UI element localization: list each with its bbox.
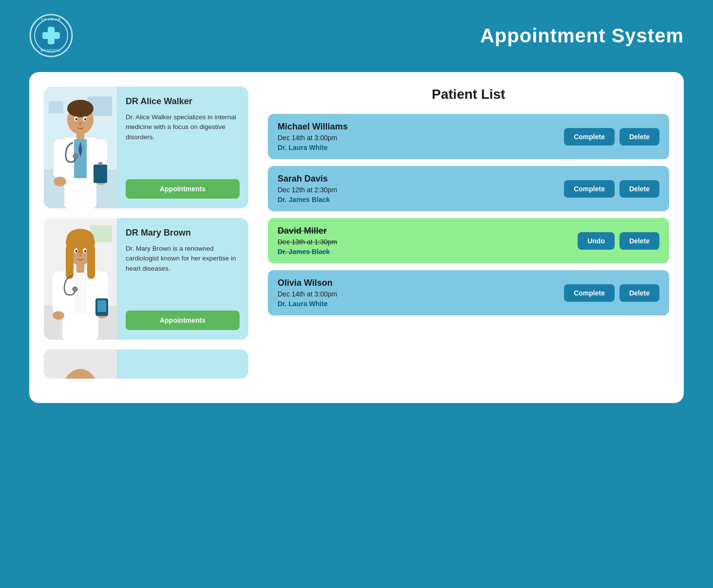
app-title: Appointment System [480,25,684,47]
patient-doctor-0: Dr. Laura White [278,144,348,151]
patient-name-1: Sarah Davis [278,174,337,184]
svg-rect-20 [98,162,102,165]
svg-rect-19 [94,165,107,183]
patient-actions-0: Complete Delete [564,128,659,146]
doctor-card-1: DR Alice Walker Dr. Alice Walker special… [44,87,248,208]
male-doctor-svg [44,87,117,208]
patient-list: Michael Williams Dec 14th at 3:00pm Dr. … [268,114,669,315]
svg-rect-15 [54,139,66,178]
delete-btn-0[interactable]: Delete [619,128,659,146]
delete-btn-3[interactable]: Delete [619,284,659,302]
svg-text:HOSPITAL: HOSPITAL [41,49,62,52]
svg-rect-3 [42,32,60,39]
appointments-btn-1[interactable]: Appointments [126,179,240,199]
undo-btn-2[interactable]: Undo [578,232,615,250]
doctor-name-2: DR Mary Brown [126,228,240,238]
patient-info-3: Olivia Wilson Dec 14th at 3:00pm Dr. Lau… [278,278,337,308]
delete-btn-2[interactable]: Delete [619,232,659,250]
patient-datetime-3: Dec 14th at 3:00pm [278,290,337,298]
partial-doctor-svg [44,349,117,379]
appointments-btn-2[interactable]: Appointments [126,311,240,330]
patient-name-0: Michael Williams [278,122,348,132]
svg-rect-44 [97,300,106,312]
patient-name-3: Olivia Wilson [278,278,337,288]
svg-text:OKUDUR: OKUDUR [41,18,62,21]
svg-rect-9 [49,101,63,113]
svg-point-55 [79,254,82,257]
logo: OKUDUR HOSPITAL [29,14,73,57]
svg-rect-48 [66,245,74,279]
svg-point-27 [84,118,86,121]
female-doctor-svg [44,218,117,340]
patient-info-2: David Miller Dec 13th at 1:30pm Dr. Jame… [278,226,337,256]
patient-section: Patient List Michael Williams Dec 14th a… [268,87,669,388]
doctor-info-1: DR Alice Walker Dr. Alice Walker special… [117,87,248,208]
doctor-card-2: DR Mary Brown Dr. Mary Brown is a renown… [44,218,248,340]
svg-point-17 [54,177,66,186]
patient-card-2: David Miller Dec 13th at 1:30pm Dr. Jame… [268,218,669,263]
doctor-photo-partial [44,349,117,379]
svg-point-53 [75,250,77,253]
doctor-info-2: DR Mary Brown Dr. Mary Brown is a renown… [117,218,248,340]
patient-card-0: Michael Williams Dec 14th at 3:00pm Dr. … [268,114,669,159]
svg-point-54 [84,250,86,253]
patient-card-3: Olivia Wilson Dec 14th at 3:00pm Dr. Lau… [268,270,669,315]
patient-doctor-2: Dr. James Black [278,248,337,256]
svg-point-56 [73,287,77,292]
logo-svg: OKUDUR HOSPITAL [29,14,73,57]
svg-rect-49 [87,245,95,279]
patient-list-title: Patient List [268,87,669,102]
patient-actions-3: Complete Delete [564,284,659,302]
main-card: DR Alice Walker Dr. Alice Walker special… [29,72,684,403]
complete-btn-1[interactable]: Complete [564,180,615,198]
doctor-desc-2: Dr. Mary Brown is a renowned cardiologis… [126,244,240,274]
patient-datetime-1: Dec 12th at 2:30pm [278,186,337,194]
doctor-photo-1 [44,87,117,208]
complete-btn-3[interactable]: Complete [564,284,615,302]
patient-datetime-0: Dec 14th at 3:00pm [278,134,348,142]
svg-point-29 [73,154,78,159]
svg-rect-36 [74,272,87,313]
patient-doctor-3: Dr. Laura White [278,300,337,308]
patient-actions-2: Undo Delete [578,232,659,250]
doctor-list: DR Alice Walker Dr. Alice Walker special… [44,87,248,388]
svg-point-41 [53,311,64,320]
patient-info-1: Sarah Davis Dec 12th at 2:30pm Dr. James… [278,174,337,203]
svg-point-26 [75,118,77,121]
delete-btn-1[interactable]: Delete [619,180,659,198]
svg-point-50 [67,229,94,248]
doctor-info-partial [117,349,248,379]
doctor-photo-2 [44,218,117,340]
doctor-desc-1: Dr. Alice Walker specializes in internal… [126,112,240,142]
patient-card-1: Sarah Davis Dec 12th at 2:30pm Dr. James… [268,166,669,211]
patient-datetime-2: Dec 13th at 1:30pm [278,238,337,246]
patient-doctor-1: Dr. James Black [278,196,337,203]
patient-actions-1: Complete Delete [564,180,659,198]
patient-info-0: Michael Williams Dec 14th at 3:00pm Dr. … [278,122,348,151]
svg-point-23 [67,100,94,117]
header: OKUDUR HOSPITAL Appointment System [0,0,713,67]
svg-point-28 [79,122,82,126]
doctor-name-1: DR Alice Walker [126,96,240,107]
complete-btn-0[interactable]: Complete [564,128,615,146]
patient-name-2: David Miller [278,226,337,236]
doctor-card-partial [44,349,248,379]
svg-rect-39 [53,272,64,313]
